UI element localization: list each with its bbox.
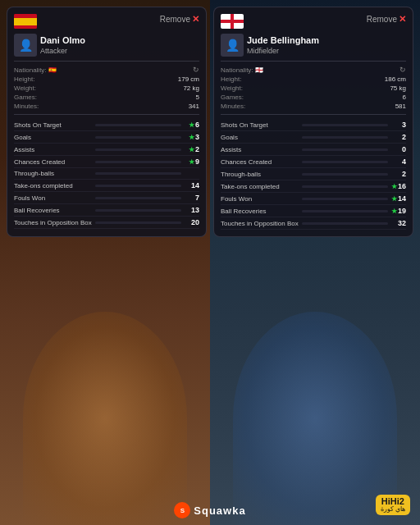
stat-value: 2 bbox=[391, 170, 406, 178]
divider-right-2 bbox=[221, 114, 406, 115]
player-icon-left: 👤 bbox=[14, 34, 37, 57]
stat-row: Take-ons completed14 bbox=[14, 180, 199, 192]
star-icon: ★ bbox=[391, 183, 397, 190]
stat-bar bbox=[95, 172, 112, 175]
stat-number: 14 bbox=[398, 194, 406, 203]
stat-label: Ball Recoveries bbox=[221, 208, 299, 215]
stat-label: Shots On Target bbox=[221, 121, 299, 129]
stat-number: 9 bbox=[195, 158, 199, 166]
minutes-value-left: 341 bbox=[189, 103, 199, 110]
stat-bar-area bbox=[95, 172, 181, 175]
perf-stats-left: Shots On Target★6Goals★3Assists★2Chances… bbox=[14, 119, 199, 229]
stat-bar bbox=[302, 148, 306, 151]
watermark-line2: هاي كورة bbox=[381, 506, 405, 513]
squawka-text: Squawka bbox=[194, 504, 245, 517]
nationality-label-left: Nationality: 🇪🇸 bbox=[14, 66, 57, 74]
stat-row: Ball Recoveries13 bbox=[14, 204, 199, 217]
stat-bar bbox=[302, 161, 332, 163]
minutes-row-left: Minutes: 341 bbox=[14, 103, 199, 110]
minutes-value-right: 581 bbox=[395, 103, 406, 110]
stat-label: Take-ons completed bbox=[14, 182, 92, 189]
minutes-row-right: Minutes: 581 bbox=[221, 103, 406, 110]
games-row-left: Games: 5 bbox=[14, 94, 199, 101]
refresh-icon-right[interactable]: ↻ bbox=[399, 66, 406, 74]
stat-bar bbox=[95, 161, 164, 163]
stat-bar-area bbox=[302, 124, 388, 126]
stat-bar bbox=[95, 185, 139, 187]
stat-row: Chances Created4 bbox=[221, 156, 406, 168]
height-row-right: Height: 186 cm bbox=[221, 75, 406, 83]
stat-bar-area bbox=[95, 209, 181, 212]
stat-bar-area bbox=[302, 173, 388, 176]
player-card-left: Remove ✕ 👤 Dani Olmo Attacker Nationalit… bbox=[7, 7, 207, 237]
stat-label: Touches in Opposition Box bbox=[14, 219, 92, 226]
stat-value: ★16 bbox=[391, 182, 406, 190]
player-details-right: Jude Bellingham Midfielder bbox=[247, 35, 319, 54]
height-row-left: Height: 179 cm bbox=[14, 75, 199, 83]
height-label-right: Height: bbox=[221, 75, 241, 83]
player-position-right: Midfielder bbox=[247, 47, 319, 55]
info-stats-left: Nationality: 🇪🇸 ↻ Height: 179 cm Weight:… bbox=[14, 66, 199, 110]
player-details-left: Dani Olmo Attacker bbox=[40, 35, 85, 54]
player-icon-right: 👤 bbox=[221, 34, 244, 57]
stat-number: 3 bbox=[402, 121, 406, 129]
stat-number: 16 bbox=[398, 182, 406, 190]
games-label-left: Games: bbox=[14, 94, 37, 101]
bottom-bar: S Squawka bbox=[0, 502, 420, 518]
stat-value: ★14 bbox=[391, 194, 406, 203]
remove-button-right[interactable]: Remove ✕ bbox=[367, 14, 406, 25]
games-value-left: 5 bbox=[196, 94, 199, 101]
stat-bar-area bbox=[95, 185, 181, 187]
player-info-right: 👤 Jude Bellingham Midfielder bbox=[221, 34, 406, 57]
refresh-icon-left[interactable]: ↻ bbox=[193, 66, 199, 74]
flag-container-left bbox=[14, 14, 37, 29]
stat-bar bbox=[95, 124, 160, 126]
remove-x-right[interactable]: ✕ bbox=[399, 14, 406, 25]
stat-bar-area bbox=[302, 185, 388, 188]
stat-value: 32 bbox=[391, 219, 406, 227]
stat-value: 4 bbox=[391, 158, 406, 166]
stat-bar bbox=[95, 197, 126, 199]
stat-value: 20 bbox=[185, 218, 199, 226]
player-card-right: Remove ✕ 👤 Jude Bellingham Midfielder Na… bbox=[213, 7, 413, 237]
squawka-icon: S bbox=[174, 502, 190, 518]
divider-left-2 bbox=[14, 114, 199, 115]
stat-bar-area bbox=[95, 124, 181, 126]
stat-label: Through-balls bbox=[221, 171, 299, 178]
stat-bar bbox=[302, 136, 328, 139]
stat-row: Assists0 bbox=[221, 144, 406, 156]
stat-bar bbox=[302, 124, 336, 126]
divider-right-1 bbox=[221, 61, 406, 62]
stat-label: Chances Created bbox=[221, 158, 299, 166]
stat-bar-area bbox=[302, 136, 388, 139]
stat-bar bbox=[302, 222, 375, 225]
star-icon: ★ bbox=[391, 195, 397, 203]
squawka-logo: S Squawka bbox=[174, 502, 245, 518]
card-top-actions-right: Remove ✕ bbox=[367, 14, 406, 25]
remove-x-left[interactable]: ✕ bbox=[192, 14, 199, 25]
remove-button-left[interactable]: Remove ✕ bbox=[160, 14, 199, 25]
flag-spain bbox=[14, 14, 37, 29]
stat-row: Ball Recoveries★19 bbox=[221, 205, 406, 217]
stat-bar-area bbox=[95, 161, 181, 163]
stat-number: 13 bbox=[191, 206, 199, 214]
stat-bar bbox=[302, 198, 354, 200]
stat-row: Shots On Target3 bbox=[221, 119, 406, 131]
weight-label-right: Weight: bbox=[221, 84, 243, 92]
stat-bar bbox=[302, 210, 367, 212]
stat-number: 0 bbox=[402, 145, 406, 153]
card-header-right: Remove ✕ bbox=[221, 14, 406, 29]
player-position-left: Attacker bbox=[40, 47, 85, 55]
stat-value: ★9 bbox=[185, 158, 199, 166]
stat-number: 20 bbox=[191, 218, 199, 226]
stat-number: 2 bbox=[195, 145, 199, 153]
minutes-label-right: Minutes: bbox=[221, 103, 245, 110]
star-icon: ★ bbox=[189, 121, 194, 129]
stat-value: 2 bbox=[391, 133, 406, 141]
star-icon: ★ bbox=[189, 146, 194, 153]
card-header-left: Remove ✕ bbox=[14, 14, 199, 29]
stat-label: Goals bbox=[221, 134, 299, 141]
minutes-label-left: Minutes: bbox=[14, 103, 39, 110]
stat-number: 14 bbox=[191, 181, 199, 189]
player-cards-container: Remove ✕ 👤 Dani Olmo Attacker Nationalit… bbox=[7, 7, 413, 237]
